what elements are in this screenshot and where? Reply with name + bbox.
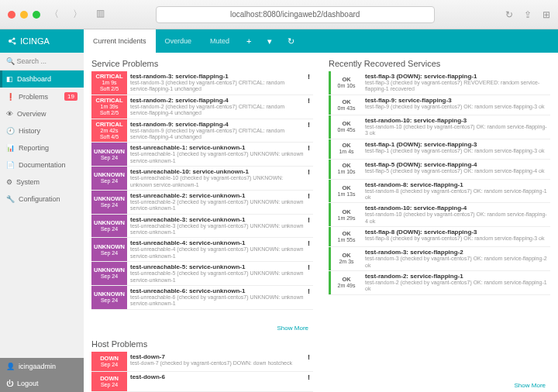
ack-icon[interactable]: ! [308,372,313,391]
main: Current Incidents Overdue Muted + ▾ ↻ Se… [84,29,558,392]
list-row[interactable]: OK0m 43stest-flap-9: service-flapping-3t… [329,95,550,115]
url-bar[interactable]: localhost:8080/icingaweb2/dashboard [156,6,435,23]
nav-user[interactable]: 👤icingaadmin [0,358,84,375]
show-more-recovered[interactable]: Show More [329,379,550,392]
close-window-button[interactable] [8,11,16,19]
state-badge: UNKNOWNSep 24 [91,262,127,285]
row-desc: test-random-10 (checked by vagrant-cento… [365,124,547,137]
nav-configuration[interactable]: 🔧Configuration [0,191,84,208]
minimize-window-button[interactable] [20,11,28,19]
heading-host-problems: Host Problems [91,339,313,349]
row-desc: test-random-3 (checked by vagrant-centos… [130,80,305,93]
nav-system[interactable]: ⚙System [0,174,84,191]
row-body: test-random-2: service-flapping-4test-ra… [127,95,308,119]
tab-refresh[interactable]: ↻ [280,29,302,53]
tab-current-incidents[interactable]: Current Incidents [84,29,156,53]
list-row[interactable]: OK1m 55stest-flap-8 (DOWN): service-flap… [329,227,550,247]
ack-icon[interactable]: ! [308,262,313,285]
user-block: 👤icingaadmin ⏻Logout [0,358,84,392]
ack-icon[interactable]: ! [308,95,313,119]
list-row[interactable]: OK2m 3stest-random-3: service-flapping-2… [329,247,550,271]
show-more-service-problems[interactable]: Show More [91,322,313,335]
row-desc: test-unreachable-1 (checked by vagrant-c… [130,151,305,164]
row-body: test-flap-5 (DOWN): service-flapping-4te… [362,160,550,179]
row-desc: test-flap-5 (checked by vagrant-centos7)… [365,168,547,174]
list-row[interactable]: CRITICAL2m 42sSoft 4/5test-random-9: ser… [91,119,313,143]
back-button[interactable]: 〈 [50,8,59,21]
row-title: test-flap-3 (DOWN): service-flapping-1 [365,73,547,80]
row-desc: test-unreachable-3 (checked by vagrant-c… [130,223,305,236]
nav-dashboard[interactable]: ◧Dashboard [0,70,84,88]
row-title: test-down-7 [130,353,305,360]
row-body: test-unreachable-6: service-unknown-1tes… [127,286,308,309]
share-button[interactable]: ⇪ [524,9,532,20]
row-desc: test-random-2 (checked by vagrant-centos… [365,280,547,293]
row-title: test-flap-9: service-flapping-3 [365,97,547,104]
nav-reporting[interactable]: 📊Reporting [0,139,84,156]
list-row[interactable]: OK2m 49stest-random-2: service-flapping-… [329,271,550,295]
row-title: test-random-10: service-flapping-3 [365,117,547,124]
brand[interactable]: ICINGA [0,29,84,53]
list-row[interactable]: CRITICAL1m 39sSoft 2/5test-random-2: ser… [91,95,313,119]
tab-overdue[interactable]: Overdue [156,29,202,53]
ack-icon[interactable]: ! [308,71,313,95]
list-row[interactable]: OK1m 29stest-random-10: service-flapping… [329,203,550,227]
row-title: test-flap-8 (DOWN): service-flapping-3 [365,229,547,236]
list-row[interactable]: OK1m 10stest-flap-5 (DOWN): service-flap… [329,160,550,180]
list-row[interactable]: DOWNSep 24test-down-7test-down-7 (checke… [91,352,313,372]
row-title: test-random-2: service-flapping-1 [365,273,547,280]
history-icon: 🕘 [6,127,15,135]
nav-documentation[interactable]: 📄Documentation [0,156,84,174]
row-title: test-random-8: service-flapping-1 [365,181,547,188]
row-title: test-down-6 [130,373,305,380]
list-row[interactable]: DOWNSep 24test-down-6! [91,372,313,392]
ack-icon[interactable]: ! [308,191,313,214]
ack-icon[interactable]: ! [308,215,313,238]
tab-add[interactable]: + [239,29,259,53]
reload-button[interactable]: ↻ [505,9,513,20]
sidebar: ICINGA 🔍 Search ... ◧Dashboard ❗Problems… [0,29,84,392]
list-row[interactable]: UNKNOWNSep 24test-unreachable-10: servic… [91,167,313,191]
ack-icon[interactable]: ! [308,238,313,261]
row-body: test-random-3: service-flapping-2test-ra… [362,247,550,270]
forward-button[interactable]: 〉 [73,8,82,21]
content: Service Problems CRITICAL1m 9sSoft 2/5te… [84,53,558,392]
tab-dropdown[interactable]: ▾ [260,29,280,53]
ack-icon[interactable]: ! [308,119,313,143]
search-input[interactable]: 🔍 Search ... [0,53,84,70]
ack-icon[interactable]: ! [308,352,313,371]
tabs-button[interactable]: ⊞ [542,9,550,20]
row-title: test-unreachable-10: service-unknown-1 [130,168,305,175]
ack-icon[interactable]: ! [308,143,313,166]
nav-history[interactable]: 🕘History [0,122,84,139]
row-body: test-random-9: service-flapping-4test-ra… [127,119,308,143]
row-desc: test-unreachable-4 (checked by vagrant-c… [130,246,305,260]
state-badge: OK0m 10s [329,71,362,95]
list-row[interactable]: UNKNOWNSep 24test-unreachable-2: service… [91,191,313,215]
list-row[interactable]: CRITICAL1m 9sSoft 2/5test-random-3: serv… [91,71,313,95]
row-desc: test-unreachable-5 (checked by vagrant-c… [130,270,305,284]
row-desc: test-flap-3 (checked by vagrant-centos7)… [365,80,547,93]
nav-problems[interactable]: ❗Problems19 [0,88,84,105]
ack-icon[interactable]: ! [308,286,313,309]
list-row[interactable]: OK0m 10stest-flap-3 (DOWN): service-flap… [329,71,550,95]
ack-icon[interactable]: ! [308,167,313,190]
row-body: test-random-3: service-flapping-1test-ra… [127,71,308,95]
row-body: test-down-7test-down-7 (checked by vagra… [127,352,308,371]
list-row[interactable]: UNKNOWNSep 24test-unreachable-4: service… [91,238,313,262]
sidebar-button[interactable]: ▥ [96,8,105,21]
tab-muted[interactable]: Muted [201,29,239,53]
list-row[interactable]: OK1m 4stest-flap-1 (DOWN): service-flapp… [329,139,550,160]
list-row[interactable]: UNKNOWNSep 24test-unreachable-6: service… [91,286,313,310]
nav-logout[interactable]: ⏻Logout [0,375,84,392]
zoom-window-button[interactable] [33,11,40,19]
list-row[interactable]: UNKNOWNSep 24test-unreachable-3: service… [91,215,313,239]
col-recently-recovered: Recently Recovered Services OK0m 10stest… [321,53,558,392]
list-row[interactable]: UNKNOWNSep 24test-unreachable-5: service… [91,262,313,286]
documentation-icon: 📄 [6,161,15,169]
nav-overview[interactable]: 👁Overview [0,105,84,122]
list-row[interactable]: OK1m 13stest-random-8: service-flapping-… [329,180,550,204]
row-title: test-unreachable-6: service-unknown-1 [130,287,305,294]
list-row[interactable]: UNKNOWNSep 24test-unreachable-1: service… [91,143,313,167]
list-row[interactable]: OK0m 45stest-random-10: service-flapping… [329,115,550,139]
